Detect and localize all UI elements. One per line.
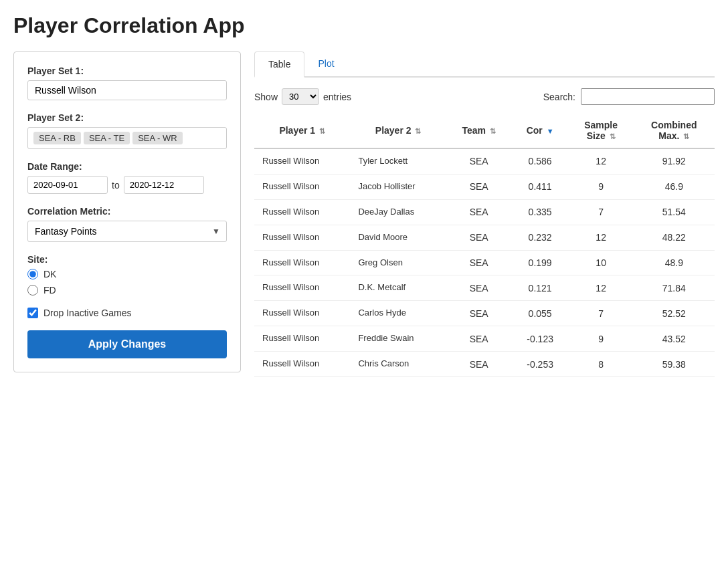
site-radio-group: DK FD: [27, 269, 227, 296]
cell-cor: 0.586: [512, 148, 569, 174]
cell-team: SEA: [446, 352, 512, 377]
cell-player1: Russell Wilson: [254, 199, 350, 225]
table-row: Russell Wilson Freddie Swain SEA -0.123 …: [254, 326, 715, 352]
date-range-label: Date Range:: [27, 161, 227, 172]
date-to-input[interactable]: [124, 176, 204, 194]
correlation-metric-group: Correlation Metric: Fantasy Points DK Po…: [27, 206, 227, 242]
cell-combined-max: 48.22: [634, 225, 715, 250]
col-combined-max[interactable]: CombinedMax. ⇅: [634, 113, 715, 148]
cell-cor: 0.232: [512, 225, 569, 250]
date-range-group: Date Range: to: [27, 161, 227, 194]
player-set-2-group: Player Set 2: SEA - RBSEA - TESEA - WR: [27, 112, 227, 149]
site-group: Site: DK FD: [27, 254, 227, 296]
cell-player1: Russell Wilson: [254, 225, 350, 250]
cell-team: SEA: [446, 250, 512, 275]
search-box: Search:: [543, 88, 715, 105]
player-set-2-tag: SEA - TE: [84, 132, 130, 144]
app-title: Player Correlation App: [13, 13, 715, 38]
cell-player2: David Moore: [350, 225, 446, 250]
cell-team: SEA: [446, 326, 512, 352]
site-fd-option[interactable]: FD: [27, 285, 227, 296]
show-label: Show: [254, 92, 278, 102]
cell-player2: D.K. Metcalf: [350, 275, 446, 301]
date-from-input[interactable]: [27, 176, 108, 194]
cell-sample-size: 12: [569, 148, 634, 174]
table-row: Russell Wilson David Moore SEA 0.232 12 …: [254, 225, 715, 250]
site-fd-label: FD: [43, 285, 56, 296]
cell-combined-max: 46.9: [634, 174, 715, 199]
cell-sample-size: 10: [569, 250, 634, 275]
col-player1[interactable]: Player 1 ⇅: [254, 113, 350, 148]
table-row: Russell Wilson Carlos Hyde SEA 0.055 7 5…: [254, 301, 715, 326]
cell-cor: 0.055: [512, 301, 569, 326]
cell-player2: Jacob Hollister: [350, 174, 446, 199]
apply-changes-button[interactable]: Apply Changes: [27, 330, 227, 358]
cell-sample-size: 12: [569, 275, 634, 301]
search-input[interactable]: [581, 88, 715, 105]
player-set-2-tags[interactable]: SEA - RBSEA - TESEA - WR: [27, 127, 227, 149]
cell-combined-max: 43.52: [634, 326, 715, 352]
player-set-1-group: Player Set 1:: [27, 66, 227, 100]
player-set-2-tag: SEA - RB: [33, 132, 81, 144]
cell-cor: 0.199: [512, 250, 569, 275]
cell-player2: Chris Carson: [350, 352, 446, 377]
cell-team: SEA: [446, 174, 512, 199]
drop-inactive-label: Drop Inactive Games: [43, 308, 132, 318]
site-label: Site:: [27, 254, 227, 265]
col-player2[interactable]: Player 2 ⇅: [350, 113, 446, 148]
site-dk-option[interactable]: DK: [27, 269, 227, 279]
entries-select[interactable]: 10 25 30 50 100: [282, 88, 319, 105]
player-set-1-input[interactable]: [27, 80, 227, 100]
col-sample-size[interactable]: SampleSize ⇅: [569, 113, 634, 148]
tab-bar: Table Plot: [254, 51, 715, 78]
cell-team: SEA: [446, 199, 512, 225]
site-dk-label: DK: [43, 269, 56, 279]
drop-inactive-group[interactable]: Drop Inactive Games: [27, 308, 227, 318]
table-row: Russell Wilson Greg Olsen SEA 0.199 10 4…: [254, 250, 715, 275]
cell-player1: Russell Wilson: [254, 275, 350, 301]
cell-player1: Russell Wilson: [254, 250, 350, 275]
cell-team: SEA: [446, 148, 512, 174]
cell-cor: -0.123: [512, 326, 569, 352]
cell-cor: 0.411: [512, 174, 569, 199]
col-team[interactable]: Team ⇅: [446, 113, 512, 148]
cell-player2: Tyler Lockett: [350, 148, 446, 174]
drop-inactive-checkbox[interactable]: [27, 308, 38, 318]
cell-player1: Russell Wilson: [254, 148, 350, 174]
cell-combined-max: 51.54: [634, 199, 715, 225]
cell-sample-size: 7: [569, 199, 634, 225]
cell-sample-size: 9: [569, 174, 634, 199]
correlation-metric-select[interactable]: Fantasy Points DK Points FD Points: [27, 221, 227, 242]
site-fd-radio[interactable]: [27, 285, 38, 296]
player-set-1-label: Player Set 1:: [27, 66, 227, 76]
cell-combined-max: 59.38: [634, 352, 715, 377]
search-label: Search:: [543, 92, 575, 102]
player-set-2-label: Player Set 2:: [27, 112, 227, 123]
table-row: Russell Wilson D.K. Metcalf SEA 0.121 12…: [254, 275, 715, 301]
cell-cor: -0.253: [512, 352, 569, 377]
cell-player1: Russell Wilson: [254, 326, 350, 352]
cell-player1: Russell Wilson: [254, 352, 350, 377]
cell-cor: 0.335: [512, 199, 569, 225]
col-cor[interactable]: Cor ▼: [512, 113, 569, 148]
cell-combined-max: 48.9: [634, 250, 715, 275]
table-row: Russell Wilson Chris Carson SEA -0.253 8…: [254, 352, 715, 377]
date-separator: to: [112, 180, 120, 191]
tab-plot[interactable]: Plot: [304, 51, 347, 76]
cell-sample-size: 7: [569, 301, 634, 326]
show-entries-control: Show 10 25 30 50 100 entries: [254, 88, 351, 105]
cell-sample-size: 12: [569, 225, 634, 250]
table-row: Russell Wilson DeeJay Dallas SEA 0.335 7…: [254, 199, 715, 225]
cell-cor: 0.121: [512, 275, 569, 301]
table-row: Russell Wilson Tyler Lockett SEA 0.586 1…: [254, 148, 715, 174]
cell-player2: Freddie Swain: [350, 326, 446, 352]
site-dk-radio[interactable]: [27, 269, 38, 279]
left-panel: Player Set 1: Player Set 2: SEA - RBSEA …: [13, 51, 241, 372]
cell-sample-size: 8: [569, 352, 634, 377]
cell-player2: Carlos Hyde: [350, 301, 446, 326]
cell-combined-max: 52.52: [634, 301, 715, 326]
cell-team: SEA: [446, 275, 512, 301]
cell-combined-max: 91.92: [634, 148, 715, 174]
tab-table[interactable]: Table: [254, 51, 304, 78]
cell-player1: Russell Wilson: [254, 174, 350, 199]
